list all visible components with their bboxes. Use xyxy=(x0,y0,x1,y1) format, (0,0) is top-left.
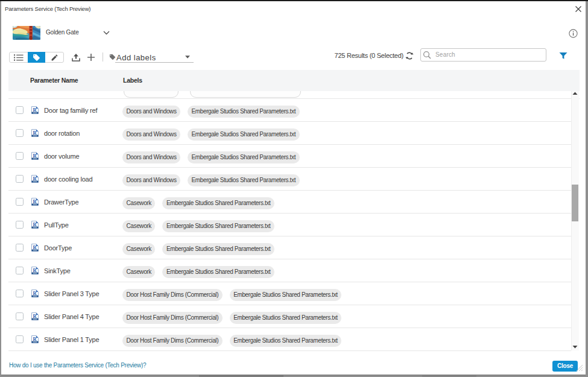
svg-text:R: R xyxy=(33,130,37,136)
svg-text:R: R xyxy=(33,313,37,319)
svg-text:R: R xyxy=(33,336,37,342)
svg-text:R: R xyxy=(33,221,37,227)
svg-text:R: R xyxy=(33,198,37,204)
svg-text:R: R xyxy=(33,176,37,182)
svg-text:R: R xyxy=(33,267,37,273)
svg-text:R: R xyxy=(33,107,37,113)
svg-text:R: R xyxy=(33,290,37,296)
svg-text:R: R xyxy=(33,153,37,159)
svg-text:R: R xyxy=(33,244,37,250)
